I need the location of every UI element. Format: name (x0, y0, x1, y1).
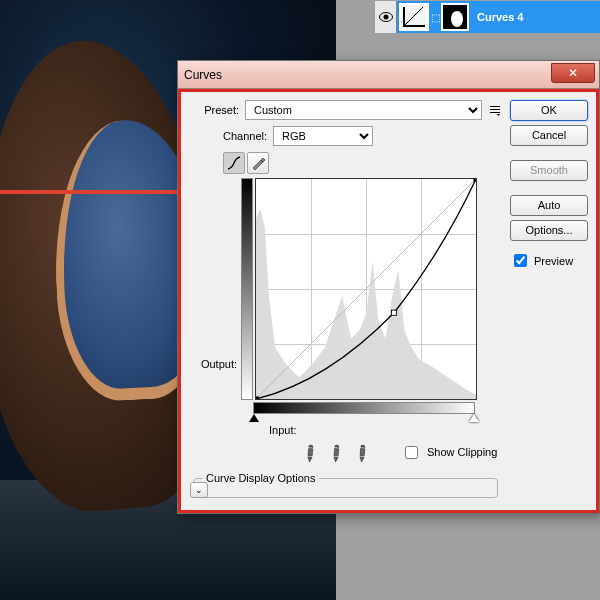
eye-icon (379, 12, 393, 22)
input-gradient[interactable] (253, 402, 475, 414)
svg-point-1 (383, 15, 388, 20)
svg-rect-2 (490, 106, 500, 107)
white-eyedropper[interactable] (347, 438, 375, 466)
dialog-titlebar[interactable]: Curves ✕ (178, 61, 599, 89)
layer-mask-thumbnail[interactable] (441, 3, 469, 31)
svg-rect-4 (490, 112, 500, 113)
preview-checkbox[interactable] (514, 254, 527, 267)
gray-eyedropper[interactable] (321, 438, 349, 466)
curve-point-tool[interactable] (223, 152, 245, 174)
pencil-icon (251, 156, 265, 170)
curves-graph[interactable] (255, 178, 477, 400)
dialog-title: Curves (184, 68, 222, 82)
curves-dialog: Curves ✕ Preset: Custom Channel: (177, 60, 600, 514)
layer-visibility-toggle[interactable] (375, 1, 397, 33)
auto-button[interactable]: Auto (510, 195, 588, 216)
options-button[interactable]: Options... (510, 220, 588, 241)
curve-display-options-group: ⌄ Curve Display Options (193, 472, 498, 498)
layer-row-curves[interactable]: ⬚ Curves 4 (375, 1, 600, 33)
chevron-down-icon: ⌄ (195, 485, 203, 495)
preview-label: Preview (534, 255, 573, 267)
preset-menu-icon[interactable] (488, 103, 502, 117)
white-point-slider[interactable] (469, 414, 479, 422)
output-gradient (241, 178, 253, 400)
show-clipping-checkbox[interactable] (405, 446, 418, 459)
smooth-button[interactable]: Smooth (510, 160, 588, 181)
black-eyedropper[interactable] (295, 438, 323, 466)
histogram (256, 179, 476, 399)
input-label: Input: (269, 424, 297, 436)
output-label: Output: (195, 358, 237, 370)
close-button[interactable]: ✕ (551, 63, 595, 83)
link-icon[interactable]: ⬚ (431, 12, 439, 23)
curve-tool-icon (227, 156, 241, 170)
svg-marker-5 (256, 209, 476, 399)
curves-icon (403, 7, 425, 27)
preset-label: Preset: (189, 104, 239, 116)
curve-display-options-label: Curve Display Options (202, 472, 319, 484)
show-clipping-label: Show Clipping (427, 446, 497, 458)
curve-pencil-tool[interactable] (247, 152, 269, 174)
ok-button[interactable]: OK (510, 100, 588, 121)
channel-label: Channel: (223, 130, 267, 142)
layer-name[interactable]: Curves 4 (477, 11, 523, 23)
adjustment-thumbnail[interactable] (399, 3, 429, 31)
channel-select[interactable]: RGB (273, 126, 373, 146)
black-point-slider[interactable] (249, 414, 259, 422)
cancel-button[interactable]: Cancel (510, 125, 588, 146)
expand-options-button[interactable]: ⌄ (190, 482, 208, 498)
preset-select[interactable]: Custom (245, 100, 482, 120)
svg-rect-3 (490, 109, 500, 110)
close-icon: ✕ (568, 66, 578, 80)
